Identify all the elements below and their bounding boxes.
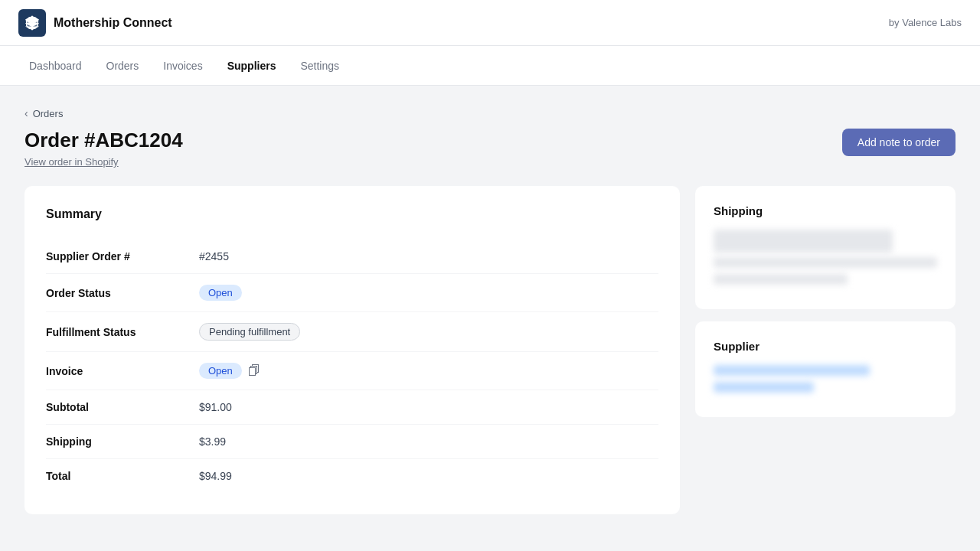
supplier-card: Supplier (695, 321, 956, 417)
back-chevron-icon: ‹ (24, 107, 28, 119)
row-value-order-status: Open (199, 285, 242, 301)
order-status-badge: Open (199, 285, 242, 301)
row-label-supplier-order: Supplier Order # (46, 250, 199, 262)
nav-item-dashboard[interactable]: Dashboard (18, 54, 93, 78)
summary-card: Summary Supplier Order # #2455 Order Sta… (24, 186, 680, 514)
supplier-name-line1 (714, 365, 870, 376)
nav-item-settings[interactable]: Settings (289, 54, 350, 78)
logo-svg (24, 15, 41, 31)
breadcrumb[interactable]: ‹ Orders (24, 107, 956, 119)
app-logo-icon (18, 9, 46, 37)
nav-item-orders[interactable]: Orders (96, 54, 150, 78)
shipping-card-title: Shipping (714, 204, 937, 217)
shipping-card: Shipping (695, 186, 956, 309)
nav-item-invoices[interactable]: Invoices (152, 54, 213, 78)
top-header: Mothership Connect by Valence Labs (0, 0, 980, 46)
invoice-status-badge: Open (199, 363, 242, 379)
row-value-subtotal: $91.00 (199, 401, 232, 413)
main-layout: Summary Supplier Order # #2455 Order Sta… (24, 186, 956, 514)
nav-item-suppliers[interactable]: Suppliers (217, 54, 287, 78)
row-value-total: $94.99 (199, 470, 232, 482)
right-column: Shipping Supplier (695, 186, 956, 417)
page-title: Order #ABC1204 (24, 129, 183, 152)
row-value-shipping: $3.99 (199, 435, 226, 448)
table-row: Shipping $3.99 (46, 425, 658, 459)
page-title-row: Order #ABC1204 View order in Shopify Add… (24, 129, 956, 168)
row-label-shipping: Shipping (46, 435, 199, 448)
table-row: Subtotal $91.00 (46, 390, 658, 425)
shopify-link[interactable]: View order in Shopify (24, 156, 119, 168)
shipping-address-line2 (714, 257, 937, 268)
summary-title: Summary (46, 207, 658, 221)
table-row: Order Status Open (46, 274, 658, 312)
row-label-order-status: Order Status (46, 287, 199, 299)
row-label-total: Total (46, 470, 199, 482)
table-row: Invoice Open 🗍 (46, 352, 658, 390)
breadcrumb-link: Orders (33, 108, 64, 119)
row-value-fulfillment-status: Pending fulfillment (199, 323, 300, 341)
page-title-left: Order #ABC1204 View order in Shopify (24, 129, 183, 168)
row-label-subtotal: Subtotal (46, 401, 199, 413)
table-row: Total $94.99 (46, 459, 658, 493)
fulfillment-status-badge: Pending fulfillment (199, 323, 300, 341)
row-value-supplier-order: #2455 (199, 250, 229, 262)
shipping-address-line1 (714, 230, 893, 253)
row-value-invoice: Open 🗍 (199, 363, 260, 379)
nav-bar: Dashboard Orders Invoices Suppliers Sett… (0, 46, 980, 86)
page-content: ‹ Orders Order #ABC1204 View order in Sh… (0, 86, 980, 536)
logo-area: Mothership Connect (18, 9, 172, 37)
supplier-name-line2 (714, 382, 814, 393)
add-note-button[interactable]: Add note to order (842, 129, 956, 156)
table-row: Supplier Order # #2455 (46, 240, 658, 274)
shipping-address-line3 (714, 274, 848, 285)
by-label: by Valence Labs (889, 17, 962, 28)
table-row: Fulfillment Status Pending fulfillment (46, 312, 658, 352)
supplier-card-title: Supplier (714, 340, 937, 353)
app-title: Mothership Connect (54, 16, 172, 30)
document-icon[interactable]: 🗍 (248, 364, 260, 378)
row-label-fulfillment-status: Fulfillment Status (46, 326, 199, 338)
row-label-invoice: Invoice (46, 365, 199, 377)
